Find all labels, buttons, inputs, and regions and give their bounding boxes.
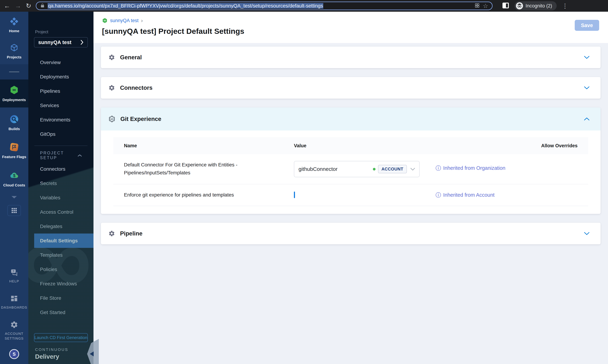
rail-item-builds[interactable]: Builds	[9, 115, 20, 131]
col-header-value: Value	[294, 143, 436, 149]
sidebar-setup-item[interactable]: Policies	[34, 262, 93, 276]
git-experience-accordion-header[interactable]: </> Git Experience	[101, 107, 601, 130]
sidebar-nav-item[interactable]: Pipelines	[34, 84, 93, 98]
project-selector[interactable]: sunnyQA test	[34, 37, 88, 47]
module-kicker: CONTINUOUS	[35, 347, 93, 352]
chevron-right-icon	[80, 40, 84, 45]
chevron-down-icon	[584, 56, 590, 59]
module-picker-button[interactable]	[7, 205, 21, 216]
section-pipeline: Pipeline	[101, 223, 601, 244]
sidebar-setup-item[interactable]: File Store	[34, 291, 93, 305]
account-settings-gear-icon	[10, 321, 18, 329]
table-row: Default Connector For Git Experience wit…	[113, 154, 588, 184]
rail-more-chevron-icon[interactable]	[11, 195, 18, 200]
reload-icon[interactable]: ↻	[26, 3, 31, 9]
section-general: General	[101, 47, 601, 68]
lock-icon	[40, 3, 45, 9]
breadcrumb-chevron-icon: ›	[141, 18, 143, 23]
pipeline-accordion-header[interactable]: Pipeline	[101, 223, 601, 244]
enforce-git-experience-checkbox[interactable]	[294, 192, 295, 198]
connectors-accordion-header[interactable]: Connectors	[101, 77, 601, 99]
sidebar-setup-item[interactable]: Get Started	[34, 305, 93, 320]
back-icon[interactable]: ←	[4, 3, 10, 9]
rail-item-cloud-costs[interactable]: $ Cloud Costs	[3, 170, 25, 187]
svg-text:∞: ∞	[13, 87, 16, 92]
section-title: Connectors	[120, 84, 153, 91]
rail-item-deployments[interactable]: ∞ Deployments	[2, 85, 26, 102]
sidebar-setup-item[interactable]: Access Control	[34, 205, 93, 219]
svg-text:∞: ∞	[104, 19, 106, 22]
table-header-row: Name Value Allow Overrides	[113, 137, 588, 154]
tab-groups-icon[interactable]	[474, 3, 480, 9]
builds-ci-icon	[10, 115, 19, 124]
sidebar-setup-item[interactable]: Connectors	[34, 162, 93, 176]
breadcrumb: ∞ sunnyQA test ›	[102, 18, 599, 23]
status-dot-icon	[373, 168, 375, 170]
rail-item-account-settings[interactable]: ACCOUNT SETTINGS	[5, 321, 24, 341]
git-experience-table: Name Value Allow Overrides Default Conne…	[101, 130, 601, 214]
svg-text:</>: </>	[110, 118, 114, 120]
launch-cd-first-gen-button[interactable]: Launch CD First Generation	[34, 333, 88, 342]
deployments-cd-icon: ∞	[9, 85, 19, 95]
connector-select-value: githubConnector	[298, 166, 373, 172]
sidebar-nav-item[interactable]: Environments	[34, 113, 93, 127]
section-title: Pipeline	[120, 230, 142, 237]
address-bar[interactable]: qa.harness.io/ng/account/px7xd_BFRCi-pfW…	[36, 1, 492, 10]
rail-item-projects[interactable]: Projects	[7, 43, 22, 60]
section-title: General	[120, 54, 142, 61]
breadcrumb-project-link[interactable]: sunnyQA test	[110, 18, 139, 23]
collapse-left-icon	[90, 351, 94, 356]
forward-icon[interactable]: →	[15, 3, 21, 9]
settings-content: General Connectors </> Git Experience	[93, 43, 608, 364]
sidebar-nav-item[interactable]: Deployments	[34, 70, 93, 84]
help-chat-icon: ?	[10, 268, 18, 277]
url-text[interactable]: qa.harness.io/ng/account/px7xd_BFRCi-pfW…	[48, 3, 471, 9]
scope-tag: ACCOUNT	[378, 165, 407, 173]
project-selector-value: sunnyQA test	[38, 39, 71, 45]
incognito-badge[interactable]: Incognito (2)	[515, 1, 557, 11]
sidebar-setup-item[interactable]: Freeze Windows	[34, 276, 93, 291]
general-accordion-header[interactable]: General	[101, 47, 601, 68]
inherited-from-organization-link[interactable]: ⓘ Inherited from Organization	[436, 161, 578, 171]
rail-item-home[interactable]: Home	[9, 17, 19, 33]
sidebar-setup-item[interactable]: Default Settings	[34, 234, 93, 248]
project-label: Project	[35, 29, 93, 34]
home-icon	[10, 17, 19, 26]
rail-item-help[interactable]: ? HELP	[9, 268, 19, 284]
sidebar-divider	[34, 145, 88, 146]
section-title: Git Experience	[120, 116, 161, 122]
page-title: [sunnyQA test] Project Default Settings	[102, 27, 599, 36]
user-avatar[interactable]: S	[9, 349, 19, 359]
sidebar-nav-item[interactable]: Overview	[34, 55, 93, 70]
main-content: ∞ sunnyQA test › [sunnyQA test] Project …	[93, 12, 608, 364]
sidebar-nav-item[interactable]: Services	[34, 98, 93, 113]
sidebar-setup-item[interactable]: Templates	[34, 248, 93, 262]
project-sidebar: ∞ Project sunnyQA test OverviewDeploymen…	[28, 12, 93, 364]
gear-icon	[108, 54, 115, 61]
section-connectors: Connectors	[101, 77, 601, 99]
connector-select[interactable]: githubConnector ACCOUNT	[294, 161, 420, 177]
browser-toolbar: ← → ↻ qa.harness.io/ng/account/px7xd_BFR…	[0, 0, 608, 12]
svg-text:$: $	[13, 173, 15, 178]
inherited-from-account-link[interactable]: ⓘ Inherited from Account	[436, 192, 578, 198]
info-icon: ⓘ	[436, 165, 441, 171]
bookmark-star-icon[interactable]: ☆	[483, 2, 488, 9]
incognito-label: Incognito (2)	[526, 3, 552, 9]
browser-menu-icon[interactable]: ⋮	[562, 2, 568, 9]
info-icon: ⓘ	[436, 192, 441, 198]
section-git-experience: </> Git Experience Name Value Allow Over…	[101, 107, 601, 214]
chevron-down-icon	[584, 232, 590, 235]
project-setup-list: ConnectorsSecretsVariablesAccess Control…	[28, 162, 93, 320]
module-rail: Home Projects ∞ Deployments	[0, 12, 28, 364]
rail-item-feature-flags[interactable]: Feature Flags	[2, 143, 26, 159]
save-button[interactable]: Save	[575, 20, 599, 31]
sidebar-setup-item[interactable]: Delegates	[34, 219, 93, 234]
chevron-up-icon	[78, 154, 82, 157]
sidebar-nav-item[interactable]: GitOps	[34, 127, 93, 141]
sidebar-setup-item[interactable]: Variables	[34, 191, 93, 205]
rail-item-dashboards[interactable]: DASHBOARDS	[1, 294, 27, 310]
side-panel-icon[interactable]	[502, 2, 509, 9]
sidebar-setup-item[interactable]: Secrets	[34, 176, 93, 191]
project-setup-header[interactable]: PROJECT SETUP	[28, 149, 93, 162]
page-header: ∞ sunnyQA test › [sunnyQA test] Project …	[93, 12, 608, 43]
